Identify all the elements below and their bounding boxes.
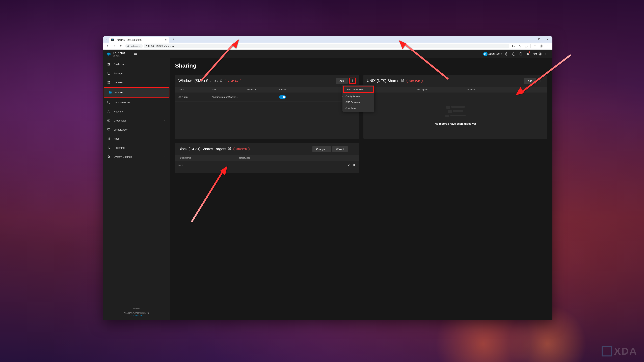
logo-icon — [106, 52, 111, 56]
profile-avatar-icon[interactable] — [539, 43, 544, 49]
col-target-alias: Target Alias — [239, 157, 250, 159]
sidebar-item-apps[interactable]: Apps — [103, 134, 170, 143]
user-avatar-icon — [538, 52, 542, 56]
iscsi-table-header: Target Name Target Alias — [175, 155, 359, 161]
app-body: Dashboard Storage Datasets Shares Data P… — [103, 50, 552, 320]
open-external-icon[interactable] — [401, 79, 404, 83]
truecommand-icon[interactable] — [504, 52, 509, 56]
user-menu[interactable]: root — [533, 52, 542, 56]
iscsi-configure-button[interactable]: Configure — [312, 146, 331, 152]
virtualization-icon — [107, 128, 111, 131]
svg-point-24 — [109, 137, 110, 138]
nav-back-button[interactable] — [105, 43, 110, 49]
browser-menu-icon[interactable] — [545, 43, 550, 49]
svg-point-27 — [109, 138, 110, 139]
smb-more-button[interactable] — [349, 78, 356, 84]
main-content: Sharing Windows (SMB) Shares STOPPED Add — [170, 50, 552, 320]
edit-icon[interactable] — [347, 163, 350, 167]
downloads-icon[interactable] — [532, 43, 538, 49]
sidebar-toggle-button[interactable] — [133, 52, 137, 56]
smb-add-button[interactable]: Add — [336, 78, 348, 84]
target-name: iscsi — [178, 164, 239, 167]
nfs-empty-state: No records have been added yet — [364, 92, 548, 139]
sidebar-item-data-protection[interactable]: Data Protection — [103, 98, 170, 107]
network-icon — [107, 110, 111, 113]
password-key-icon[interactable] — [511, 43, 516, 49]
nav-forward-button[interactable] — [112, 43, 117, 49]
svg-point-42 — [352, 150, 353, 150]
svg-rect-0 — [530, 39, 532, 39]
sidebar-item-network[interactable]: Network — [103, 107, 170, 116]
logo-subtext: SCALE — [113, 55, 126, 57]
company-link[interactable]: iXsystems, Inc. — [130, 314, 144, 317]
open-external-icon[interactable] — [228, 147, 231, 151]
bookmark-star-icon[interactable] — [517, 43, 522, 49]
sidebar-label: Storage — [114, 72, 122, 75]
warning-icon — [127, 45, 130, 47]
svg-point-17 — [108, 112, 108, 113]
svg-rect-1 — [538, 38, 540, 40]
status-icon[interactable] — [512, 52, 516, 56]
menu-audit-logs[interactable]: Audit Logs — [342, 105, 374, 111]
power-button[interactable] — [545, 52, 549, 56]
menu-config-service[interactable]: Config Service — [342, 93, 374, 99]
menu-turn-on-service[interactable]: Turn On Service — [343, 86, 374, 93]
minimize-button[interactable] — [527, 36, 535, 42]
open-external-icon[interactable] — [219, 79, 223, 83]
security-indicator[interactable]: Not secure — [125, 44, 143, 48]
reload-button[interactable] — [118, 43, 124, 49]
alerts-icon[interactable] — [526, 52, 530, 56]
svg-point-41 — [352, 149, 353, 149]
svg-point-5 — [548, 46, 548, 47]
iscsi-card: Block (iSCSI) Shares Targets STOPPED Con… — [175, 143, 359, 173]
enabled-toggle[interactable] — [279, 95, 286, 99]
datasets-icon — [107, 80, 111, 84]
sidebar-item-system-settings[interactable]: System Settings — [103, 152, 170, 161]
menu-smb-sessions[interactable]: SMB Sessions — [342, 99, 374, 105]
svg-rect-14 — [108, 83, 109, 84]
ixsystems-logo[interactable]: iX systems ® — [483, 52, 502, 56]
chevron-right-icon — [163, 119, 166, 122]
nfs-add-button[interactable]: Add — [524, 78, 536, 84]
smb-title: Windows (SMB) Shares — [178, 79, 218, 83]
iscsi-more-button[interactable] — [349, 146, 356, 152]
close-window-button[interactable] — [544, 36, 551, 42]
extensions-icon[interactable] — [524, 43, 529, 49]
credentials-icon — [107, 119, 111, 122]
delete-icon[interactable] — [353, 163, 356, 167]
sidebar-item-datasets[interactable]: Datasets — [103, 78, 170, 87]
sidebar-item-credentials[interactable]: Credentials — [103, 116, 170, 125]
nfs-title: UNIX (NFS) Shares — [367, 79, 399, 83]
ix-label: systems — [488, 52, 500, 56]
svg-point-23 — [108, 137, 109, 138]
sidebar-footer: truenas TrueNAS SCALE ® © 2024 iXsystems… — [103, 305, 170, 320]
tab-search-dropdown[interactable] — [104, 37, 109, 41]
nfs-more-button[interactable] — [538, 78, 544, 84]
col-path: Path — [212, 88, 246, 91]
iscsi-wizard-button[interactable]: Wizard — [332, 146, 348, 152]
svg-rect-19 — [108, 120, 110, 121]
sidebar-item-reporting[interactable]: Reporting — [103, 143, 170, 152]
security-label: Not secure — [130, 45, 141, 47]
hostname-label: truenas — [103, 307, 170, 310]
sidebar-item-virtualization[interactable]: Virtualization — [103, 125, 170, 134]
sidebar-label: Apps — [114, 137, 120, 140]
sidebar-item-dashboard[interactable]: Dashboard — [103, 60, 170, 69]
svg-rect-9 — [520, 52, 521, 53]
dashboard-icon — [107, 62, 111, 66]
share-name: AFP_mnt — [178, 96, 212, 98]
jobs-icon[interactable] — [518, 52, 523, 56]
svg-point-31 — [352, 80, 353, 80]
close-tab-icon[interactable] — [164, 38, 167, 41]
maximize-button[interactable] — [535, 36, 543, 42]
sidebar-item-shares[interactable]: Shares — [104, 87, 170, 97]
new-tab-button[interactable] — [171, 37, 176, 41]
url-input[interactable]: 192.168.29.92/ui/sharing — [144, 43, 509, 48]
sidebar-item-storage[interactable]: Storage — [103, 69, 170, 78]
browser-tab[interactable]: TrueNAS - 192.168.29.92 — [109, 37, 170, 42]
smb-share-row[interactable]: AFP_mnt /mnt/mystorage/AppleS... — [175, 92, 359, 102]
truenas-logo[interactable]: TrueNAS SCALE — [106, 51, 126, 57]
svg-point-38 — [540, 80, 541, 81]
iscsi-target-row[interactable]: iscsi — [175, 161, 359, 170]
svg-point-4 — [548, 46, 548, 46]
